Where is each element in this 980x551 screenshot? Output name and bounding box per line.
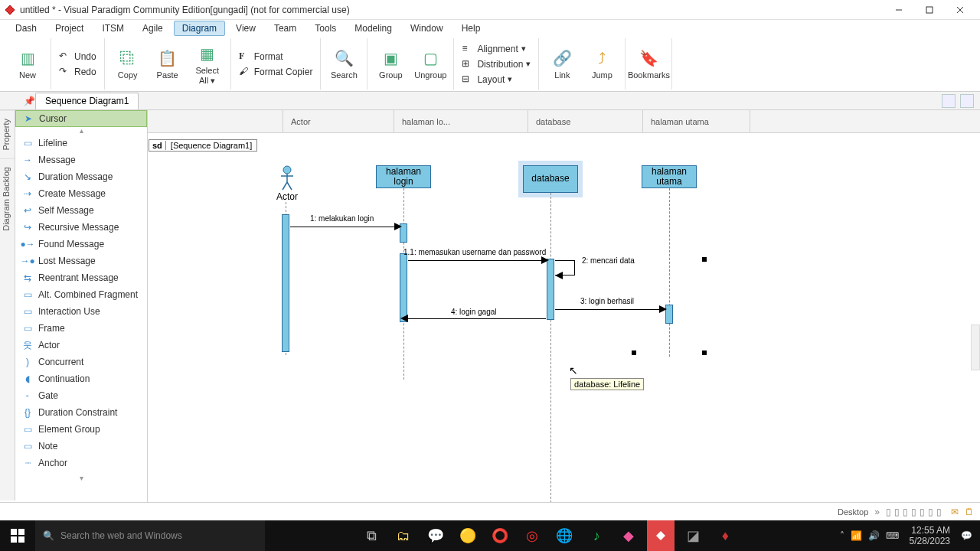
alignment-button[interactable]: ≡Alignment ▾ bbox=[459, 42, 534, 56]
pin-icon[interactable]: 📌 bbox=[23, 92, 35, 110]
jump-button[interactable]: ⤴Jump bbox=[583, 44, 620, 83]
canvas[interactable]: Actor halaman lo... database halaman uta… bbox=[148, 110, 980, 520]
palette-reentrant-message[interactable]: ⇆Reentrant Message bbox=[15, 269, 147, 286]
halaman-login-lifeline[interactable]: halaman login bbox=[376, 165, 431, 188]
select-all-button[interactable]: ▦Select All ▾ bbox=[189, 40, 226, 87]
menu-team[interactable]: Team bbox=[266, 21, 304, 35]
distribution-button[interactable]: ⊞Distribution ▾ bbox=[459, 57, 534, 71]
menu-tools[interactable]: Tools bbox=[307, 21, 344, 35]
msg2-label[interactable]: 2: mencari data bbox=[582, 256, 635, 265]
tab-nav-icon[interactable] bbox=[942, 94, 956, 108]
opera-gx-icon[interactable]: ◎ bbox=[518, 520, 546, 551]
palette-duration-constraint[interactable]: {}Duration Constraint bbox=[15, 404, 147, 421]
palette-concurrent[interactable]: )Concurrent bbox=[15, 354, 147, 370]
palette-gate[interactable]: ◦Gate bbox=[15, 387, 147, 404]
visual-paradigm-icon[interactable] bbox=[647, 520, 675, 551]
msg4-label[interactable]: 4: login gagal bbox=[451, 308, 497, 316]
note-icon[interactable]: 🗒 bbox=[965, 507, 974, 517]
volume-icon[interactable]: 🔊 bbox=[868, 530, 880, 541]
vtab-diagram-backlog[interactable]: Diagram Backlog bbox=[0, 158, 15, 239]
msg1_1-label[interactable]: 1.1: memasukan username dan password bbox=[403, 248, 546, 256]
palette-element-group[interactable]: ▭Element Group bbox=[15, 421, 147, 438]
close-button[interactable] bbox=[945, 0, 975, 20]
taskbar-clock[interactable]: 12:55 AM 5/28/2023 bbox=[905, 525, 955, 547]
tray-chevron-icon[interactable]: ˄ bbox=[840, 530, 844, 541]
db-activation[interactable] bbox=[547, 259, 554, 320]
task-view-icon[interactable]: ⧉ bbox=[358, 520, 385, 551]
format-copier-button[interactable]: 🖌Format Copier bbox=[236, 65, 316, 79]
copy-button[interactable]: ⿻Copy bbox=[109, 44, 146, 83]
app10-icon[interactable]: ◪ bbox=[679, 520, 707, 551]
chevron-icon[interactable]: » bbox=[874, 507, 880, 517]
link-button[interactable]: 🔗Link bbox=[544, 44, 580, 83]
layout-button[interactable]: ⊟Layout ▾ bbox=[459, 73, 534, 86]
hl-activation2[interactable] bbox=[400, 253, 407, 322]
halaman-utama-lifeline[interactable]: halaman utama bbox=[642, 165, 697, 188]
scroll-thumb[interactable] bbox=[971, 324, 980, 370]
chrome-icon[interactable]: 🟡 bbox=[454, 520, 482, 551]
palette-continuation[interactable]: ◖Continuation bbox=[15, 370, 147, 387]
sel-handle[interactable] bbox=[702, 257, 707, 262]
menu-agile[interactable]: Agile bbox=[135, 21, 171, 35]
palette-actor[interactable]: 웃Actor bbox=[15, 337, 147, 354]
document-tab[interactable]: Sequence Diagram1 bbox=[35, 93, 139, 109]
menu-help[interactable]: Help bbox=[454, 21, 488, 35]
search-button[interactable]: 🔍Search bbox=[325, 44, 362, 83]
palette-arrow-up[interactable]: ▴ bbox=[15, 127, 147, 135]
menu-dash[interactable]: Dash bbox=[8, 21, 44, 35]
palette-note[interactable]: ▭Note bbox=[15, 438, 147, 455]
msg3-line[interactable] bbox=[555, 309, 662, 310]
notifications-icon[interactable]: 💬 bbox=[961, 530, 972, 541]
vtab-property[interactable]: Property bbox=[0, 110, 15, 158]
sel-handle[interactable] bbox=[702, 350, 707, 355]
group-button[interactable]: ▣Group bbox=[372, 44, 409, 83]
sel-handle[interactable] bbox=[632, 350, 636, 355]
palette-duration-message[interactable]: ↘Duration Message bbox=[15, 168, 147, 185]
palette-frame[interactable]: ▭Frame bbox=[15, 320, 147, 337]
line-icon[interactable]: 💬 bbox=[422, 520, 449, 551]
menu-diagram[interactable]: Diagram bbox=[174, 21, 225, 36]
lane-database[interactable]: database bbox=[528, 110, 643, 132]
msg1_1-line[interactable] bbox=[408, 260, 544, 261]
palette-lost-message[interactable]: →●Lost Message bbox=[15, 253, 147, 269]
start-button[interactable] bbox=[0, 520, 35, 551]
format-button[interactable]: 𝐅Format bbox=[236, 50, 316, 64]
edge-icon[interactable]: 🌐 bbox=[550, 520, 578, 551]
menu-window[interactable]: Window bbox=[403, 21, 451, 35]
menu-view[interactable]: View bbox=[228, 21, 263, 35]
undo-button[interactable]: ↶Undo bbox=[56, 50, 100, 64]
actor-activation[interactable] bbox=[282, 214, 289, 352]
paste-button[interactable]: 📋Paste bbox=[149, 44, 186, 83]
msg1-label[interactable]: 1: melakukan login bbox=[310, 214, 374, 223]
palette-recursive-message[interactable]: ↪Recursive Message bbox=[15, 219, 147, 236]
app8-icon[interactable]: ◆ bbox=[615, 520, 642, 551]
palette-interaction-use[interactable]: ▭Interaction Use bbox=[15, 303, 147, 320]
palette-self-message[interactable]: ↩Self Message bbox=[15, 202, 147, 219]
hu-lifeline-dash[interactable] bbox=[669, 188, 670, 357]
new-button[interactable]: ▥ New bbox=[9, 44, 46, 83]
wifi-icon[interactable]: 📶 bbox=[851, 530, 862, 541]
palette-arrow-down[interactable]: ▾ bbox=[15, 474, 147, 482]
palette-cursor[interactable]: ➤Cursor bbox=[15, 110, 147, 127]
redo-button[interactable]: ↷Redo bbox=[56, 65, 100, 79]
msg4-line[interactable] bbox=[408, 318, 546, 319]
palette-lifeline[interactable]: ▭Lifeline bbox=[15, 135, 147, 152]
tab-list-icon[interactable] bbox=[960, 94, 974, 108]
database-lifeline[interactable]: database bbox=[523, 165, 578, 193]
opera-icon[interactable]: ⭕ bbox=[486, 520, 514, 551]
ungroup-button[interactable]: ▢Ungroup bbox=[412, 44, 449, 83]
menu-itsm[interactable]: ITSM bbox=[94, 21, 132, 35]
lane-halaman-utama[interactable]: halaman utama bbox=[643, 110, 750, 132]
lane-actor[interactable]: Actor bbox=[283, 110, 394, 132]
file-explorer-icon[interactable]: 🗂 bbox=[390, 520, 417, 551]
diagram[interactable]: Actor halaman login database halaman uta… bbox=[148, 152, 980, 520]
taskbar-search[interactable]: 🔍 Search the web and Windows bbox=[35, 520, 265, 551]
palette-alt-combined-fragment[interactable]: ▭Alt. Combined Fragment bbox=[15, 286, 147, 303]
lane-halaman-login[interactable]: halaman lo... bbox=[394, 110, 528, 132]
mail-icon[interactable]: ✉ bbox=[951, 507, 959, 517]
msg1-line[interactable] bbox=[290, 227, 397, 227]
menu-project[interactable]: Project bbox=[47, 21, 91, 35]
maximize-button[interactable] bbox=[914, 0, 945, 20]
palette-message[interactable]: →Message bbox=[15, 152, 147, 168]
minimize-button[interactable] bbox=[884, 0, 914, 20]
